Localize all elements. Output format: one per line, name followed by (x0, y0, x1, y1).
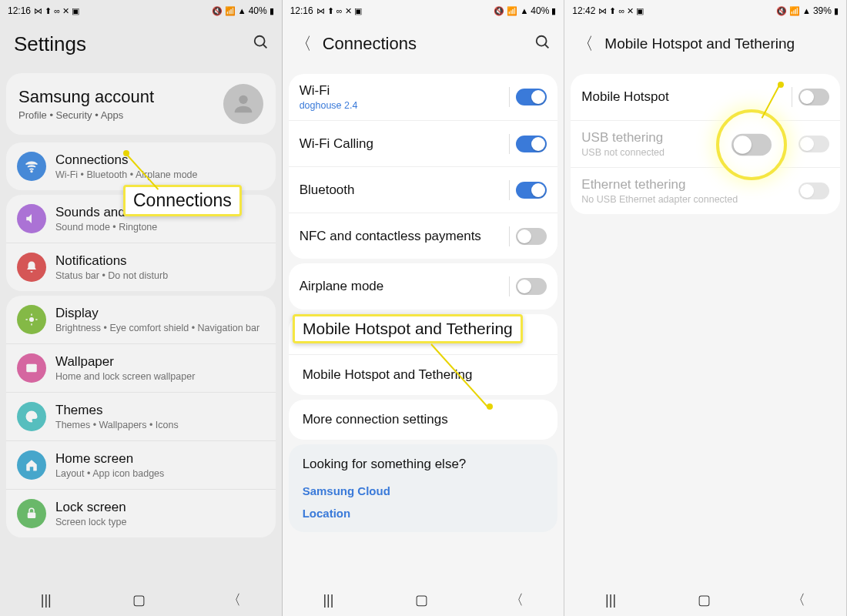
image-icon (17, 353, 46, 383)
header: Settings (0, 22, 282, 70)
back-button[interactable]: 〈 (577, 32, 594, 55)
sun-icon (17, 305, 46, 334)
sound-icon (17, 204, 46, 233)
sound-notif-group: Sounds and vibrationSound mode • Rington… (6, 195, 276, 291)
callout-toggle-highlight (716, 109, 787, 180)
home-icon[interactable]: ▢ (698, 591, 711, 608)
airplane-toggle[interactable] (516, 278, 547, 295)
row-themes[interactable]: ThemesThemes • Wallpapers • Icons (6, 392, 276, 440)
ethernet-tethering-toggle (798, 182, 829, 199)
nav-bar: ||| ▢ 〈 (283, 584, 564, 616)
status-bar: 12:16⋈ ⬆ ∞ ✕ ▣ 🔇📶▲40%▮ (283, 0, 564, 22)
battery-icon: ▮ (270, 6, 274, 16)
svg-rect-9 (26, 364, 37, 373)
status-time: 12:16 (8, 5, 31, 16)
signal-icon: ▲ (520, 6, 528, 15)
looking-for: Looking for something else? Samsung Clou… (289, 444, 558, 532)
panel-connections: 12:16⋈ ⬆ ∞ ✕ ▣ 🔇📶▲40%▮ 〈 Connections Wi-… (283, 0, 565, 616)
status-bar: 12:42⋈ ⬆ ∞ ✕ ▣ 🔇📶▲39%▮ (564, 0, 846, 22)
divider (509, 276, 510, 296)
back-icon[interactable]: 〈 (510, 591, 524, 609)
signal-icon: ▲ (238, 6, 246, 15)
connections-group: ConnectionsWi-Fi • Bluetooth • Airplane … (6, 142, 276, 190)
svg-point-4 (29, 317, 34, 322)
status-indicators-icon: ⋈ ⬆ ∞ ✕ ▣ (598, 6, 644, 16)
row-hotspot-tethering[interactable]: Mobile Hotspot and Tethering (289, 354, 558, 395)
home-icon[interactable]: ▢ (132, 591, 146, 608)
nav-bar: ||| ▢ 〈 (564, 584, 846, 616)
nav-bar: ||| ▢ 〈 (0, 584, 282, 616)
page-title: Mobile Hotspot and Tethering (604, 35, 834, 52)
svg-line-1 (263, 45, 266, 49)
wifi-icon: 📶 (789, 6, 800, 16)
wificalling-toggle[interactable] (516, 136, 547, 152)
row-nfc[interactable]: NFC and contactless payments (289, 213, 558, 259)
back-icon[interactable]: 〈 (792, 591, 805, 609)
row-bluetooth[interactable]: Bluetooth (289, 166, 558, 213)
battery-text: 40% (249, 5, 267, 16)
svg-point-11 (537, 35, 547, 45)
home-icon[interactable]: ▢ (415, 591, 428, 608)
recents-icon[interactable]: ||| (323, 592, 333, 608)
recents-icon[interactable]: ||| (41, 592, 52, 608)
account-sub: Profile • Security • Apps (18, 109, 214, 121)
account-title: Samsung account (18, 87, 214, 107)
panel-hotspot: 12:42⋈ ⬆ ∞ ✕ ▣ 🔇📶▲39%▮ 〈 Mobile Hotspot … (564, 0, 847, 616)
search-icon[interactable] (534, 34, 551, 55)
nfc-toggle[interactable] (516, 228, 547, 245)
mute-icon: 🔇 (494, 6, 504, 16)
row-mobile-hotspot[interactable]: Mobile Hotspot (571, 74, 840, 120)
search-icon[interactable] (253, 34, 270, 55)
row-wifi-calling[interactable]: Wi-Fi Calling (289, 120, 558, 166)
recents-icon[interactable]: ||| (605, 592, 616, 608)
samsung-account-row[interactable]: Samsung account Profile • Security • App… (6, 73, 276, 135)
row-display[interactable]: DisplayBrightness • Eye comfort shield •… (6, 296, 276, 343)
battery-icon: ▮ (551, 6, 556, 16)
row-notifications[interactable]: NotificationsStatus bar • Do not disturb (6, 243, 276, 291)
status-indicators-icon: ⋈ ⬆ ∞ ✕ ▣ (34, 6, 79, 16)
home-icon (17, 450, 46, 480)
row-more-connection[interactable]: More connection settings (289, 400, 558, 440)
link-samsung-cloud[interactable]: Samsung Cloud (303, 480, 544, 502)
row-wifi[interactable]: Wi-Fidoghouse 2.4 (289, 74, 558, 120)
battery-text: 40% (531, 5, 549, 16)
divider (509, 180, 510, 200)
airplane-group: Airplane mode (289, 263, 558, 310)
row-connections[interactable]: ConnectionsWi-Fi • Bluetooth • Airplane … (6, 142, 276, 190)
row-lockscreen[interactable]: Lock screenScreen lock type (6, 489, 276, 537)
divider (509, 87, 510, 107)
row-data-usage[interactable]: Data usage (289, 314, 558, 354)
status-time: 12:16 (290, 5, 313, 16)
row-usb-tethering: USB tetheringUSB not connected (571, 120, 840, 167)
looking-title: Looking for something else? (303, 457, 544, 472)
avatar-icon[interactable] (223, 84, 263, 124)
data-group: Data usage Mobile Hotspot and Tethering (289, 314, 558, 395)
row-sounds[interactable]: Sounds and vibrationSound mode • Rington… (6, 195, 276, 243)
row-wallpaper[interactable]: WallpaperHome and lock screen wallpaper (6, 343, 276, 392)
wifi-icon (17, 152, 46, 181)
wifi-icon: 📶 (225, 6, 236, 16)
svg-point-2 (239, 95, 247, 104)
bluetooth-toggle[interactable] (516, 182, 547, 199)
svg-rect-10 (28, 513, 36, 519)
svg-line-12 (545, 44, 549, 48)
page-title: Settings (12, 32, 242, 56)
usb-tethering-toggle (798, 136, 829, 152)
palette-icon (17, 402, 46, 431)
mobile-hotspot-toggle[interactable] (798, 89, 829, 105)
bell-icon (17, 253, 46, 282)
row-homescreen[interactable]: Home screenLayout • App icon badges (6, 440, 276, 489)
link-location[interactable]: Location (303, 502, 544, 524)
page-title: Connections (323, 34, 524, 54)
battery-icon: ▮ (834, 6, 839, 16)
status-time: 12:42 (572, 5, 595, 16)
header: 〈 Mobile Hotspot and Tethering (564, 22, 846, 69)
wifi-toggle[interactable] (516, 89, 547, 105)
mute-icon: 🔇 (776, 6, 787, 16)
back-button[interactable]: 〈 (295, 32, 312, 55)
divider (792, 87, 792, 107)
svg-point-3 (31, 171, 32, 172)
row-airplane[interactable]: Airplane mode (289, 263, 558, 310)
back-icon[interactable]: 〈 (227, 591, 241, 609)
divider (509, 226, 510, 246)
